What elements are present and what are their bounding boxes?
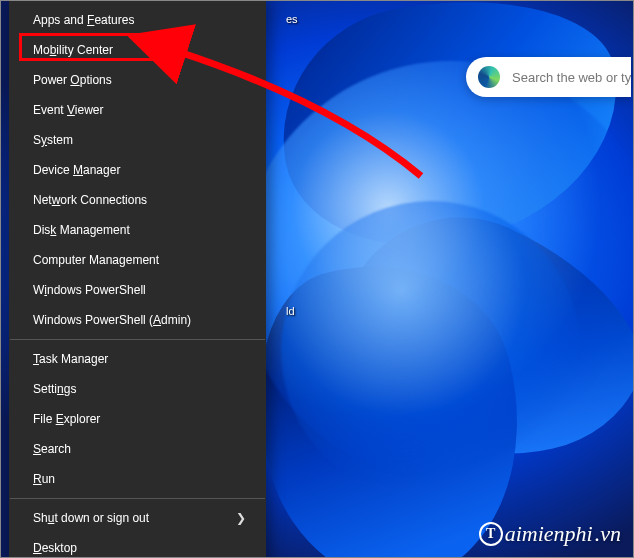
search-placeholder: Search the web or type a <box>512 70 631 85</box>
menu-item-mobility-center[interactable]: Mobility Center <box>9 35 266 65</box>
chevron-right-icon: ❯ <box>236 503 246 533</box>
watermark: T aimienphi .vn <box>479 521 621 547</box>
menu-item-task-manager[interactable]: Task Manager <box>9 344 266 374</box>
winx-power-menu: Apps and Features Mobility Center Power … <box>9 1 266 558</box>
watermark-suffix: .vn <box>595 521 621 547</box>
menu-item-search[interactable]: Search <box>9 434 266 464</box>
watermark-text: aimienphi <box>505 521 593 547</box>
watermark-badge: T <box>479 522 503 546</box>
menu-item-file-explorer[interactable]: File Explorer <box>9 404 266 434</box>
menu-item-shutdown-signout[interactable]: Shut down or sign out ❯ <box>9 503 266 533</box>
menu-item-computer-management[interactable]: Computer Management <box>9 245 266 275</box>
desktop-icon-label-fragment: ld <box>286 305 295 317</box>
menu-item-apps-features[interactable]: Apps and Features <box>9 5 266 35</box>
menu-item-event-viewer[interactable]: Event Viewer <box>9 95 266 125</box>
menu-separator <box>10 339 265 340</box>
desktop-icon-label-fragment: es <box>286 13 298 25</box>
menu-item-powershell[interactable]: Windows PowerShell <box>9 275 266 305</box>
menu-item-disk-management[interactable]: Disk Management <box>9 215 266 245</box>
menu-item-run[interactable]: Run <box>9 464 266 494</box>
wallpaper-bloom <box>281 201 581 501</box>
menu-item-powershell-admin[interactable]: Windows PowerShell (Admin) <box>9 305 266 335</box>
edge-icon <box>478 66 500 88</box>
menu-separator <box>10 498 265 499</box>
menu-item-power-options[interactable]: Power Options <box>9 65 266 95</box>
menu-item-system[interactable]: System <box>9 125 266 155</box>
menu-item-desktop[interactable]: Desktop <box>9 533 266 558</box>
desktop-search-widget[interactable]: Search the web or type a <box>466 57 631 97</box>
menu-item-settings[interactable]: Settings <box>9 374 266 404</box>
menu-item-network-connections[interactable]: Network Connections <box>9 185 266 215</box>
menu-item-device-manager[interactable]: Device Manager <box>9 155 266 185</box>
